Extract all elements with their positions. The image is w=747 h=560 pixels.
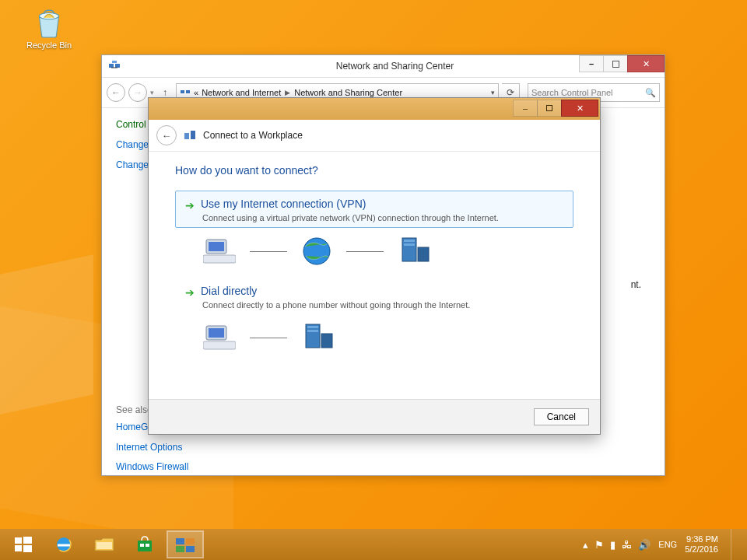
maximize-button[interactable]: [603, 55, 628, 72]
option-dial-title: Dial directly: [201, 285, 257, 297]
wizard-title: Connect to a Workplace: [203, 130, 303, 141]
wizard-minimize-button[interactable]: –: [513, 100, 538, 117]
recycle-bin-label: Recycle Bin: [26, 40, 72, 50]
option-dial-subtitle: Connect directly to a phone number witho…: [202, 300, 565, 310]
connector-line: [346, 251, 384, 252]
wizard-question: How do you want to connect?: [175, 164, 573, 177]
chevron-down-icon[interactable]: ▾: [491, 89, 495, 96]
close-button[interactable]: ✕: [627, 55, 665, 72]
recent-dropdown[interactable]: ▾: [150, 89, 154, 96]
chevron-right-icon: ▶: [285, 89, 290, 96]
svg-rect-33: [96, 542, 112, 549]
svg-rect-18: [404, 243, 415, 246]
network-icon: [180, 87, 191, 98]
start-button[interactable]: [5, 530, 42, 558]
battery-icon[interactable]: ▮: [610, 539, 615, 551]
taskbar-control-panel[interactable]: [167, 530, 204, 558]
minimize-button[interactable]: –: [579, 55, 604, 72]
globe-icon: [301, 236, 332, 267]
svg-rect-25: [307, 330, 318, 332]
titlebar[interactable]: Network and Sharing Center – ✕: [102, 55, 665, 78]
control-panel-icon: [175, 536, 195, 553]
wizard-titlebar[interactable]: – ✕: [149, 98, 600, 120]
maximize-icon: [546, 105, 552, 111]
nav-forward-button[interactable]: →: [128, 83, 147, 102]
taskbar-store[interactable]: [126, 530, 163, 558]
workplace-icon: [183, 128, 197, 142]
svg-rect-21: [209, 328, 224, 338]
breadcrumb-root[interactable]: «: [194, 88, 198, 97]
svg-rect-39: [176, 546, 184, 552]
svg-rect-9: [184, 133, 189, 139]
svg-rect-28: [23, 537, 32, 544]
windows-logo-icon: [15, 536, 32, 553]
svg-rect-12: [209, 242, 224, 251]
svg-rect-40: [186, 546, 195, 552]
action-center-icon[interactable]: ⚑: [594, 539, 604, 551]
cancel-button[interactable]: Cancel: [534, 408, 589, 425]
svg-rect-30: [23, 545, 32, 552]
arrow-right-icon: ➔: [185, 286, 195, 299]
vpn-diagram: [203, 236, 573, 267]
breadcrumb-item[interactable]: Network and Sharing Center: [294, 88, 402, 97]
wizard-back-button[interactable]: ←: [156, 125, 177, 145]
svg-rect-10: [191, 131, 195, 139]
svg-rect-38: [186, 538, 195, 544]
svg-rect-22: [203, 341, 236, 349]
volume-icon[interactable]: 🔊: [638, 539, 651, 551]
connect-workplace-wizard: – ✕ ← Connect to a Workplace How do you …: [148, 97, 601, 435]
option-dial[interactable]: ➔ Dial directly Connect directly to a ph…: [175, 278, 573, 315]
breadcrumb-item[interactable]: Network and Internet: [202, 88, 281, 97]
svg-rect-26: [321, 334, 332, 348]
svg-rect-6: [181, 90, 184, 93]
svg-rect-35: [140, 544, 144, 547]
option-vpn-title: Use my Internet connection (VPN): [201, 198, 366, 210]
svg-rect-1: [109, 64, 114, 68]
svg-rect-13: [203, 255, 236, 263]
wizard-maximize-button[interactable]: [537, 100, 562, 117]
svg-rect-17: [404, 240, 415, 242]
svg-rect-19: [418, 247, 429, 261]
system-tray: ▴ ⚑ ▮ 🖧 🔊 ENG 9:36 PM 5/2/2016: [583, 529, 744, 560]
clock-time: 9:36 PM: [685, 534, 718, 544]
computer-icon: [203, 323, 236, 352]
connector-line: [250, 251, 287, 252]
wizard-header: ← Connect to a Workplace: [149, 120, 600, 152]
svg-rect-34: [138, 541, 152, 551]
server-icon: [398, 236, 432, 266]
trash-icon: [33, 6, 65, 39]
computer-icon: [203, 236, 236, 266]
taskbar-explorer[interactable]: [86, 530, 123, 558]
svg-rect-7: [186, 90, 190, 93]
svg-rect-3: [112, 61, 117, 63]
ie-icon: [54, 535, 73, 554]
taskbar-ie[interactable]: [45, 530, 82, 558]
svg-rect-36: [146, 544, 149, 547]
svg-rect-24: [307, 326, 318, 328]
connector-line: [250, 338, 287, 338]
search-icon: 🔍: [645, 88, 656, 98]
show-desktop-button[interactable]: [731, 529, 738, 560]
svg-rect-5: [612, 61, 619, 67]
tray-up-icon[interactable]: ▴: [583, 539, 588, 551]
taskbar[interactable]: ▴ ⚑ ▮ 🖧 🔊 ENG 9:36 PM 5/2/2016: [0, 529, 747, 560]
clock[interactable]: 9:36 PM 5/2/2016: [685, 534, 718, 554]
search-placeholder: Search Control Panel: [531, 88, 613, 97]
recycle-bin-icon[interactable]: Recycle Bin: [22, 6, 76, 50]
folder-icon: [94, 536, 114, 553]
seealso-firewall[interactable]: Windows Firewall: [116, 461, 264, 474]
language-indicator[interactable]: ENG: [658, 540, 677, 549]
option-vpn[interactable]: ➔ Use my Internet connection (VPN) Conne…: [175, 191, 573, 228]
option-vpn-subtitle: Connect using a virtual private network …: [202, 213, 565, 222]
wizard-footer: Cancel: [149, 399, 600, 434]
svg-rect-37: [176, 538, 184, 544]
network-icon: [108, 60, 121, 72]
svg-rect-8: [547, 106, 552, 111]
wizard-body: How do you want to connect? ➔ Use my Int…: [149, 152, 600, 371]
store-icon: [136, 536, 153, 553]
nav-back-button[interactable]: ←: [107, 83, 125, 102]
seealso-internet-options[interactable]: Internet Options: [116, 442, 264, 454]
maximize-icon: [612, 61, 619, 68]
wizard-close-button[interactable]: ✕: [561, 100, 598, 117]
network-tray-icon[interactable]: 🖧: [622, 539, 632, 551]
